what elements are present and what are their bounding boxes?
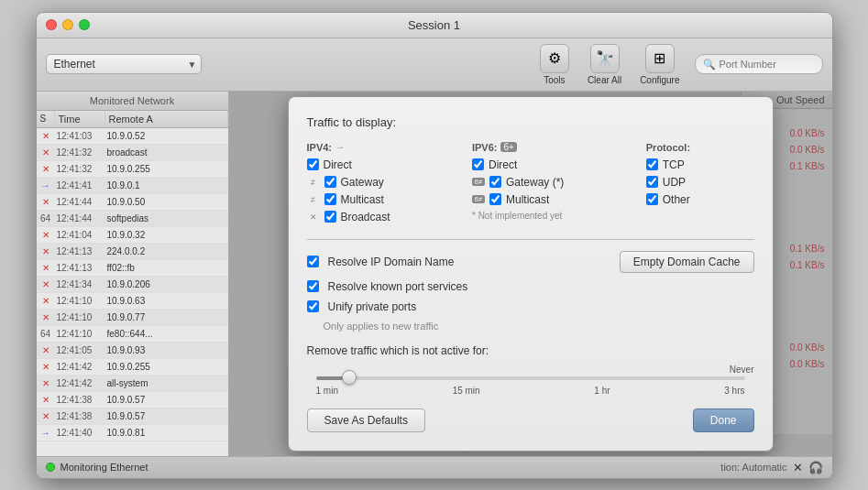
col-header-icon: S <box>37 111 55 127</box>
resolve-domain-row: Resolve IP Domain Name Empty Domain Cach… <box>307 251 754 273</box>
row-icon: → <box>37 180 55 191</box>
row-icon: ✕ <box>37 230 55 240</box>
ipv6-direct-row: Direct <box>472 158 628 171</box>
protocol-tcp-checkbox[interactable] <box>646 158 658 170</box>
table-row[interactable]: ✕ 12:41:42 all-system <box>37 376 228 392</box>
row-icon: ✕ <box>37 197 55 207</box>
row-time: 12:41:10 <box>55 329 105 339</box>
close-button[interactable] <box>46 19 57 30</box>
dialog-footer: Save As Defaults Done <box>307 408 754 432</box>
row-time: 12:41:10 <box>55 312 105 322</box>
unify-ports-checkbox[interactable] <box>307 300 319 312</box>
resolve-ports-row: Resolve known port services <box>307 280 754 293</box>
row-time: 12:41:41 <box>55 180 105 191</box>
table-row[interactable]: ✕ 12:41:13 224.0.0.2 <box>37 244 228 260</box>
protocol-other-checkbox[interactable] <box>646 193 658 205</box>
tools-button[interactable]: ⚙ Tools <box>533 41 577 88</box>
ipv4-multicast-checkbox[interactable] <box>324 193 336 205</box>
table-body: ✕ 12:41:03 10.9.0.52 ✕ 12:41:32 broadcas… <box>37 128 228 456</box>
ipv4-direct-label: Direct <box>324 158 352 171</box>
table-row[interactable]: ✕ 12:41:38 10.9.0.57 <box>37 408 228 425</box>
headphones-icon[interactable]: 🎧 <box>808 461 823 474</box>
col-header-remote: Remote A <box>105 111 228 127</box>
status-text: Monitoring Ethernet <box>60 462 148 473</box>
ipv4-gateway-label: Gateway <box>341 176 384 189</box>
save-defaults-button[interactable]: Save As Defaults <box>307 408 425 432</box>
row-time: 12:41:32 <box>55 147 105 158</box>
table-row[interactable]: ✕ 12:41:42 10.9.0.255 <box>37 359 228 376</box>
table-row[interactable]: ✕ 12:41:05 10.9.0.93 <box>37 343 228 359</box>
table-row[interactable]: ✕ 12:41:10 10.9.0.77 <box>37 310 228 326</box>
ipv4-multicast-row: ≠ Multicast <box>307 193 454 206</box>
configure-button[interactable]: ⊞ Configure <box>632 41 687 88</box>
close-status-icon[interactable]: ✕ <box>793 461 803 474</box>
ipv6-multicast-row: 6≠ Multicast <box>472 193 628 206</box>
table-row[interactable]: ✕ 12:41:32 broadcast <box>37 145 228 161</box>
ipv4-direct-checkbox[interactable] <box>307 158 319 170</box>
table-row[interactable]: ✕ 12:41:34 10.9.0.206 <box>37 277 228 293</box>
table-row[interactable]: → 12:41:40 10.9.0.81 <box>37 425 228 441</box>
protocol-other-row: Other <box>646 193 754 206</box>
row-time: 12:41:03 <box>55 131 105 141</box>
configure-icon: ⊞ <box>645 44 675 73</box>
search-icon: 🔍 <box>703 59 716 71</box>
protocol-label: Protocol: <box>646 142 754 153</box>
protocol-udp-checkbox[interactable] <box>646 176 658 188</box>
table-row[interactable]: 64 12:41:44 softpedias <box>37 211 228 227</box>
row-time: 12:41:38 <box>55 411 105 421</box>
row-time: 12:41:38 <box>55 395 105 405</box>
search-box[interactable]: 🔍 <box>695 54 823 74</box>
modal-overlay: Traffic to display: IPV4: → Direct <box>229 92 832 456</box>
row-time: 12:41:13 <box>55 263 105 273</box>
empty-domain-cache-button[interactable]: Empty Domain Cache <box>620 251 754 273</box>
divider1 <box>307 239 754 240</box>
slider-thumb[interactable] <box>342 370 357 385</box>
row-time: 12:41:44 <box>55 213 105 223</box>
table-row[interactable]: ✕ 12:41:13 ff02::fb <box>37 260 228 277</box>
ipv4-broadcast-checkbox[interactable] <box>324 211 336 223</box>
table-row[interactable]: ✕ 12:41:03 10.9.0.52 <box>37 128 228 145</box>
maximize-button[interactable] <box>79 19 90 30</box>
ipv6-note: * Not implemented yet <box>472 211 628 221</box>
table-row[interactable]: ✕ 12:41:04 10.9.0.32 <box>37 227 228 244</box>
window-title: Session 1 <box>408 18 460 32</box>
main-content: Out Speed 0.0 KB/s0.0 KB/s0.1 KB/s0.1 KB… <box>229 92 832 456</box>
resolve-domain-checkbox[interactable] <box>307 256 319 267</box>
ipv6-direct-label: Direct <box>489 158 517 171</box>
status-dot <box>46 463 55 472</box>
ipv6-multicast-checkbox[interactable] <box>489 193 501 205</box>
row-icon: ✕ <box>37 395 55 405</box>
table-row[interactable]: → 12:41:41 10.9.0.1 <box>37 178 228 194</box>
ipv4-direct-row: Direct <box>307 158 454 171</box>
row-remote: softpedias <box>105 213 228 223</box>
resolve-ports-checkbox[interactable] <box>307 280 319 292</box>
row-time: 12:41:32 <box>55 164 105 174</box>
clear-all-button[interactable]: 🔭 Clear All <box>580 41 629 88</box>
table-row[interactable]: ✕ 12:41:44 10.9.0.50 <box>37 194 228 211</box>
row-icon: ✕ <box>37 164 55 174</box>
table-row[interactable]: ✕ 12:41:38 10.9.0.57 <box>37 392 228 408</box>
row-icon: 64 <box>37 329 55 339</box>
traffic-grid: IPV4: → Direct ≠ Gateway <box>307 142 754 228</box>
search-input[interactable] <box>720 59 815 70</box>
ipv4-gateway-checkbox[interactable] <box>324 176 336 188</box>
row-time: 12:41:42 <box>55 378 105 388</box>
network-dropdown[interactable]: Ethernet <box>46 54 202 74</box>
resolve-ports-label: Resolve known port services <box>328 280 468 293</box>
dialog-title: Traffic to display: <box>307 115 754 129</box>
table-row[interactable]: 64 12:41:10 fe80::644... <box>37 326 228 343</box>
row-icon: 64 <box>37 213 55 223</box>
minimize-button[interactable] <box>62 19 73 30</box>
toolbar: Ethernet ▼ ⚙ Tools 🔭 Clear All ⊞ Configu… <box>37 38 832 92</box>
protocol-udp-label: UDP <box>663 176 686 189</box>
ipv6-label: IPV6: 6+ <box>472 142 628 153</box>
ipv6-gateway-checkbox[interactable] <box>489 176 501 188</box>
slider-label-1min: 1 min <box>316 386 338 396</box>
table-row[interactable]: ✕ 12:41:32 10.9.0.255 <box>37 161 228 178</box>
row-icon: ✕ <box>37 411 55 421</box>
table-row[interactable]: ✕ 12:41:10 10.9.0.63 <box>37 293 228 310</box>
ipv6-direct-checkbox[interactable] <box>472 158 484 170</box>
toolbar-icons: ⚙ Tools 🔭 Clear All ⊞ Configure <box>533 41 687 88</box>
row-icon: ✕ <box>37 296 55 306</box>
done-button[interactable]: Done <box>693 408 754 432</box>
